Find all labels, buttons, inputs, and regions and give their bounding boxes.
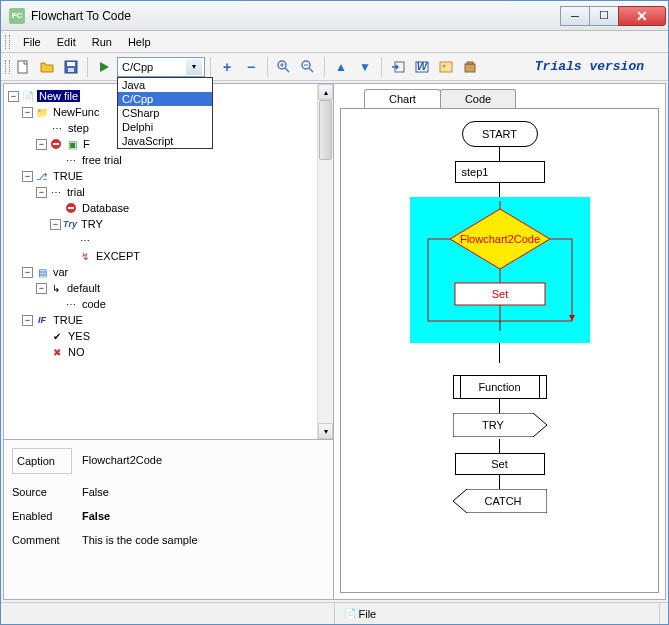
node-icon: ⋯ xyxy=(49,185,63,199)
zoom-in-button[interactable] xyxy=(273,56,295,78)
tree-item[interactable]: var xyxy=(51,266,70,278)
open-button[interactable] xyxy=(36,56,58,78)
run-button[interactable] xyxy=(93,56,115,78)
stop-icon xyxy=(49,137,63,151)
expander-icon[interactable]: − xyxy=(22,171,33,182)
svg-rect-14 xyxy=(440,62,452,72)
arrow-down-button[interactable]: ▼ xyxy=(354,56,376,78)
prop-source-value[interactable]: False xyxy=(72,486,119,498)
try-text: TRY xyxy=(482,419,504,431)
lang-option-delphi[interactable]: Delphi xyxy=(118,120,212,134)
expander-icon[interactable]: − xyxy=(50,219,61,230)
add-button[interactable]: + xyxy=(216,56,238,78)
chart-canvas[interactable]: START step1 Flowchart2Code xyxy=(340,108,659,593)
lang-option-csharp[interactable]: CSharp xyxy=(118,106,212,120)
save-button[interactable] xyxy=(60,56,82,78)
tab-chart[interactable]: Chart xyxy=(364,89,441,108)
zoom-out-button[interactable] xyxy=(297,56,319,78)
flowchart-selection[interactable]: Flowchart2Code Set xyxy=(410,197,590,343)
tree-item[interactable]: trial xyxy=(65,186,87,198)
tree-root[interactable]: New file xyxy=(37,90,80,102)
toolbar: C/Cpp ▾ Java C/Cpp CSharp Delphi JavaScr… xyxy=(1,53,668,81)
expander-icon[interactable]: − xyxy=(36,187,47,198)
tree-item[interactable]: YES xyxy=(66,330,92,342)
svg-rect-3 xyxy=(68,68,74,72)
tree-item[interactable]: step xyxy=(66,122,91,134)
word-export-button[interactable]: W xyxy=(411,56,433,78)
properties-panel: Caption Flowchart2Code Source False Enab… xyxy=(4,439,333,599)
titlebar[interactable]: FC Flowchart To Code ─ ☐ ✕ xyxy=(1,1,668,31)
node-icon: ⋯ xyxy=(50,121,64,135)
menu-run[interactable]: Run xyxy=(84,33,120,51)
tree-item[interactable]: TRY xyxy=(79,218,105,230)
window-title: Flowchart To Code xyxy=(31,9,561,23)
prop-enabled-value[interactable]: False xyxy=(72,510,120,522)
svg-rect-0 xyxy=(18,61,27,73)
app-icon: FC xyxy=(9,8,25,24)
cross-icon: ✖ xyxy=(50,345,64,359)
flowchart-set2[interactable]: Set xyxy=(455,453,545,475)
lang-option-javascript[interactable]: JavaScript xyxy=(118,134,212,148)
scroll-thumb[interactable] xyxy=(319,100,332,160)
statusbar: 📄File xyxy=(1,602,668,624)
prop-comment-label: Comment xyxy=(12,534,72,546)
svg-marker-26 xyxy=(569,315,575,321)
menu-file[interactable]: File xyxy=(15,33,49,51)
menu-help[interactable]: Help xyxy=(120,33,159,51)
arrow-up-button[interactable]: ▲ xyxy=(330,56,352,78)
close-button[interactable]: ✕ xyxy=(618,6,666,26)
status-left xyxy=(9,603,335,624)
menubar: File Edit Run Help xyxy=(1,31,668,53)
prop-comment-value[interactable]: This is the code sample xyxy=(72,534,208,546)
tab-code[interactable]: Code xyxy=(440,89,516,108)
stop-icon xyxy=(64,201,78,215)
tree-item[interactable]: default xyxy=(65,282,102,294)
tree-item[interactable]: TRUE xyxy=(51,170,85,182)
new-file-button[interactable] xyxy=(12,56,34,78)
tree-item[interactable]: code xyxy=(80,298,108,310)
flowchart-decision-block[interactable]: Flowchart2Code Set xyxy=(420,201,580,331)
minimize-button[interactable]: ─ xyxy=(560,6,590,26)
catch-text: CATCH xyxy=(484,495,521,507)
lang-option-java[interactable]: Java xyxy=(118,78,212,92)
menu-edit[interactable]: Edit xyxy=(49,33,84,51)
tree-item[interactable]: free trial xyxy=(80,154,124,166)
flowchart-step1[interactable]: step1 xyxy=(455,161,545,183)
tree-item[interactable]: TRUE xyxy=(51,314,85,326)
prop-enabled-label: Enabled xyxy=(12,510,72,522)
scroll-down-icon[interactable]: ▾ xyxy=(318,423,333,439)
expander-icon[interactable]: − xyxy=(22,315,33,326)
file-icon: 📄 xyxy=(343,607,357,621)
expander-icon[interactable]: − xyxy=(36,283,47,294)
maximize-button[interactable]: ☐ xyxy=(589,6,619,26)
expander-icon[interactable]: − xyxy=(8,91,19,102)
tree-item[interactable]: NewFunc xyxy=(51,106,101,118)
tree-item[interactable]: EXCEPT xyxy=(94,250,142,262)
language-select[interactable]: C/Cpp ▾ Java C/Cpp CSharp Delphi JavaScr… xyxy=(117,57,205,77)
lang-option-ccpp[interactable]: C/Cpp xyxy=(118,92,212,106)
toolbar-grip[interactable] xyxy=(5,60,10,74)
expander-icon[interactable]: − xyxy=(36,139,47,150)
menubar-grip[interactable] xyxy=(5,35,11,49)
export-button[interactable] xyxy=(387,56,409,78)
settings-button[interactable] xyxy=(459,56,481,78)
expander-icon[interactable]: − xyxy=(22,267,33,278)
tree-item[interactable]: NO xyxy=(66,346,87,358)
prop-caption-value[interactable]: Flowchart2Code xyxy=(72,448,172,474)
image-export-button[interactable] xyxy=(435,56,457,78)
flowchart-catch[interactable]: CATCH xyxy=(453,489,547,513)
flowchart-function[interactable]: Function xyxy=(453,375,547,399)
scroll-up-icon[interactable]: ▴ xyxy=(318,84,333,100)
tree-item[interactable]: F xyxy=(81,138,92,150)
flowchart-try[interactable]: TRY xyxy=(453,413,547,437)
flowchart-start[interactable]: START xyxy=(462,121,538,147)
expander-icon[interactable]: − xyxy=(22,107,33,118)
tree-item[interactable]: Database xyxy=(80,202,131,214)
svg-rect-21 xyxy=(68,207,74,209)
status-file: 📄File xyxy=(335,603,661,624)
svg-rect-19 xyxy=(53,143,59,145)
tree-scrollbar[interactable]: ▴ ▾ xyxy=(317,84,333,439)
flowchart-decision-text: Flowchart2Code xyxy=(459,233,539,245)
right-pane: Chart Code START step1 Flowchart2Code xyxy=(334,84,665,599)
remove-button[interactable]: − xyxy=(240,56,262,78)
